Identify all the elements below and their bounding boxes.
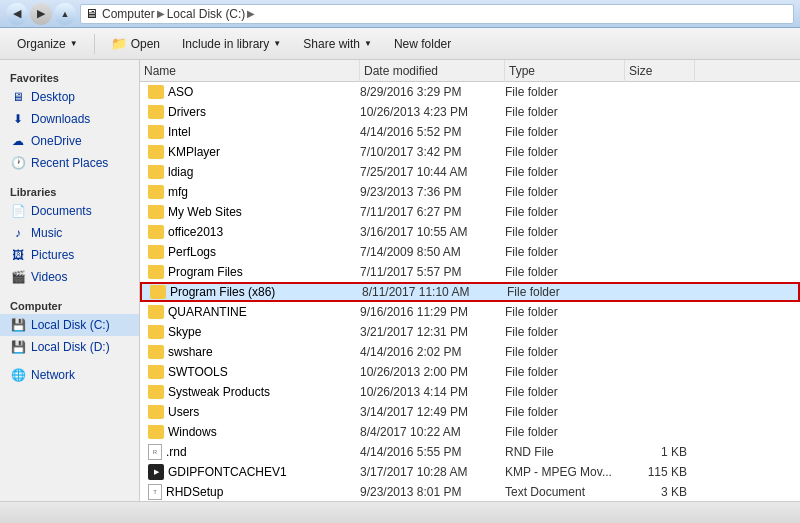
file-type: File folder [505, 345, 625, 359]
forward-button[interactable]: ▶ [30, 3, 52, 25]
table-row[interactable]: Drivers 10/26/2013 4:23 PM File folder [140, 102, 800, 122]
file-date: 7/25/2017 10:44 AM [360, 165, 505, 179]
sidebar-item-music[interactable]: ♪ Music [0, 222, 139, 244]
open-button[interactable]: 📁 Open [102, 32, 169, 56]
file-size: 1 KB [625, 445, 695, 459]
title-bar: ◀ ▶ ▲ 🖥 Computer ▶ Local Disk (C:) ▶ [0, 0, 800, 28]
folder-icon [148, 425, 164, 439]
file-type: File folder [505, 365, 625, 379]
file-date: 3/16/2017 10:55 AM [360, 225, 505, 239]
table-row[interactable]: T RHDSetup 9/23/2013 8:01 PM Text Docume… [140, 482, 800, 501]
sidebar-item-network[interactable]: 🌐 Network [0, 364, 139, 386]
file-name: Skype [168, 325, 201, 339]
sidebar-item-local-d[interactable]: 💾 Local Disk (D:) [0, 336, 139, 358]
favorites-title: Favorites [0, 66, 139, 86]
crumb-computer[interactable]: Computer [102, 7, 155, 21]
table-row[interactable]: R .rnd 4/14/2016 5:55 PM RND File 1 KB [140, 442, 800, 462]
column-type[interactable]: Type [505, 60, 625, 82]
folder-icon [148, 245, 164, 259]
file-date: 3/21/2017 12:31 PM [360, 325, 505, 339]
sidebar-item-local-c[interactable]: 💾 Local Disk (C:) [0, 314, 139, 336]
file-type: RND File [505, 445, 625, 459]
include-dropdown-arrow: ▼ [273, 39, 281, 48]
share-with-button[interactable]: Share with ▼ [294, 32, 381, 56]
table-row[interactable]: Program Files 7/11/2017 5:57 PM File fol… [140, 262, 800, 282]
folder-icon [148, 365, 164, 379]
file-type: File folder [505, 245, 625, 259]
share-dropdown-arrow: ▼ [364, 39, 372, 48]
file-type: File folder [505, 185, 625, 199]
sidebar-item-downloads[interactable]: ⬇ Downloads [0, 108, 139, 130]
file-size: 3 KB [625, 485, 695, 499]
file-date: 9/16/2016 11:29 PM [360, 305, 505, 319]
crumb-localdisk[interactable]: Local Disk (C:) [167, 7, 246, 21]
table-row[interactable]: Skype 3/21/2017 12:31 PM File folder [140, 322, 800, 342]
table-row[interactable]: ldiag 7/25/2017 10:44 AM File folder [140, 162, 800, 182]
sidebar-item-recent[interactable]: 🕐 Recent Places [0, 152, 139, 174]
table-row[interactable]: office2013 3/16/2017 10:55 AM File folde… [140, 222, 800, 242]
file-name: ASO [168, 85, 193, 99]
file-name: Drivers [168, 105, 206, 119]
folder-icon [150, 285, 166, 299]
file-name: GDIPFONTCACHEV1 [168, 465, 287, 479]
table-row[interactable]: ▶ GDIPFONTCACHEV1 3/17/2017 10:28 AM KMP… [140, 462, 800, 482]
table-row[interactable]: Intel 4/14/2016 5:52 PM File folder [140, 122, 800, 142]
file-type: File folder [505, 145, 625, 159]
file-name: Program Files (x86) [170, 285, 275, 299]
organize-button[interactable]: Organize ▼ [8, 32, 87, 56]
sidebar-item-pictures[interactable]: 🖼 Pictures [0, 244, 139, 266]
file-name: Intel [168, 125, 191, 139]
folder-icon [148, 85, 164, 99]
table-row[interactable]: Program Files (x86) 8/11/2017 11:10 AM F… [140, 282, 800, 302]
up-button[interactable]: ▲ [54, 3, 76, 25]
sidebar-item-documents[interactable]: 📄 Documents [0, 200, 139, 222]
file-date: 3/14/2017 12:49 PM [360, 405, 505, 419]
table-row[interactable]: PerfLogs 7/14/2009 8:50 AM File folder [140, 242, 800, 262]
file-type: File folder [505, 385, 625, 399]
file-type: File folder [505, 125, 625, 139]
table-row[interactable]: My Web Sites 7/11/2017 6:27 PM File fold… [140, 202, 800, 222]
table-row[interactable]: KMPlayer 7/10/2017 3:42 PM File folder [140, 142, 800, 162]
file-name: swshare [168, 345, 213, 359]
table-row[interactable]: SWTOOLS 10/26/2013 2:00 PM File folder [140, 362, 800, 382]
folder-icon [148, 385, 164, 399]
file-type: File folder [505, 305, 625, 319]
breadcrumb: Computer ▶ Local Disk (C:) ▶ [102, 7, 255, 21]
file-type: File folder [505, 105, 625, 119]
column-size[interactable]: Size [625, 60, 695, 82]
libraries-title: Libraries [0, 180, 139, 200]
sidebar-item-desktop[interactable]: 🖥 Desktop [0, 86, 139, 108]
documents-icon: 📄 [10, 203, 26, 219]
downloads-icon: ⬇ [10, 111, 26, 127]
nav-buttons: ◀ ▶ ▲ [6, 3, 76, 25]
sidebar-item-onedrive[interactable]: ☁ OneDrive [0, 130, 139, 152]
file-name: .rnd [166, 445, 187, 459]
folder-icon [148, 265, 164, 279]
file-date: 9/23/2013 8:01 PM [360, 485, 505, 499]
music-icon: ♪ [10, 225, 26, 241]
file-name: Systweak Products [168, 385, 270, 399]
computer-title: Computer [0, 294, 139, 314]
address-bar[interactable]: 🖥 Computer ▶ Local Disk (C:) ▶ [80, 4, 794, 24]
table-row[interactable]: Windows 8/4/2017 10:22 AM File folder [140, 422, 800, 442]
include-in-library-button[interactable]: Include in library ▼ [173, 32, 290, 56]
table-row[interactable]: Users 3/14/2017 12:49 PM File folder [140, 402, 800, 422]
sidebar: Favorites 🖥 Desktop ⬇ Downloads ☁ OneDri… [0, 60, 140, 501]
column-name[interactable]: Name [140, 60, 360, 82]
table-row[interactable]: Systweak Products 10/26/2013 4:14 PM Fil… [140, 382, 800, 402]
table-row[interactable]: QUARANTINE 9/16/2016 11:29 PM File folde… [140, 302, 800, 322]
file-date: 9/23/2013 7:36 PM [360, 185, 505, 199]
table-row[interactable]: ASO 8/29/2016 3:29 PM File folder [140, 82, 800, 102]
folder-icon [148, 185, 164, 199]
file-list-container: Name Date modified Type Size ASO 8/29/20… [140, 60, 800, 501]
sidebar-item-videos[interactable]: 🎬 Videos [0, 266, 139, 288]
new-folder-button[interactable]: New folder [385, 32, 460, 56]
file-name: My Web Sites [168, 205, 242, 219]
file-name: Program Files [168, 265, 243, 279]
table-row[interactable]: swshare 4/14/2016 2:02 PM File folder [140, 342, 800, 362]
column-date[interactable]: Date modified [360, 60, 505, 82]
file-type: File folder [505, 85, 625, 99]
back-button[interactable]: ◀ [6, 3, 28, 25]
table-row[interactable]: mfg 9/23/2013 7:36 PM File folder [140, 182, 800, 202]
clock-icon: 🕐 [10, 155, 26, 171]
